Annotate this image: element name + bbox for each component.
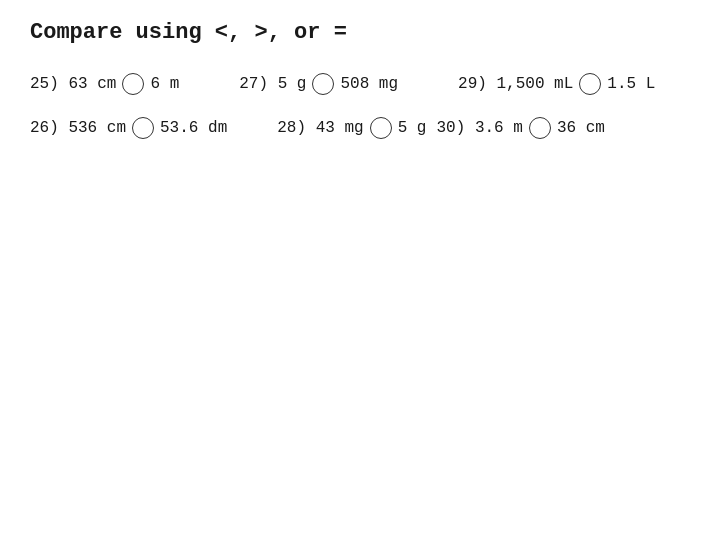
page-title: Compare using <, >, or = bbox=[30, 20, 690, 45]
p26-right: 53.6 dm bbox=[160, 119, 227, 137]
p29-left: 29) 1,500 mL bbox=[458, 75, 573, 93]
p28-right: 5 g bbox=[398, 119, 427, 137]
problem-25: 25) 63 cm 6 m bbox=[30, 73, 179, 95]
p27-right: 508 mg bbox=[340, 75, 398, 93]
p30-right: 36 cm bbox=[557, 119, 605, 137]
problem-29: 29) 1,500 mL 1.5 L bbox=[458, 73, 655, 95]
p30-circle bbox=[529, 117, 551, 139]
p25-left: 25) 63 cm bbox=[30, 75, 116, 93]
problem-27: 27) 5 g 508 mg bbox=[239, 73, 398, 95]
problem-26: 26) 536 cm 53.6 dm bbox=[30, 117, 227, 139]
problem-30: 30) 3.6 m 36 cm bbox=[436, 117, 604, 139]
p28-left: 28) 43 mg bbox=[277, 119, 363, 137]
p27-left: 27) 5 g bbox=[239, 75, 306, 93]
p28-circle bbox=[370, 117, 392, 139]
page: Compare using <, >, or = 25) 63 cm 6 m 2… bbox=[0, 0, 720, 159]
p25-right: 6 m bbox=[150, 75, 179, 93]
p29-circle bbox=[579, 73, 601, 95]
p30-left: 30) 3.6 m bbox=[436, 119, 522, 137]
problem-28: 28) 43 mg 5 g bbox=[277, 117, 426, 139]
p26-circle bbox=[132, 117, 154, 139]
row-1: 25) 63 cm 6 m 27) 5 g 508 mg 29) 1,500 m… bbox=[30, 73, 690, 95]
p27-circle bbox=[312, 73, 334, 95]
p29-right: 1.5 L bbox=[607, 75, 655, 93]
p26-left: 26) 536 cm bbox=[30, 119, 126, 137]
p25-circle bbox=[122, 73, 144, 95]
row-2: 26) 536 cm 53.6 dm 28) 43 mg 5 g 30) 3.6… bbox=[30, 117, 690, 139]
